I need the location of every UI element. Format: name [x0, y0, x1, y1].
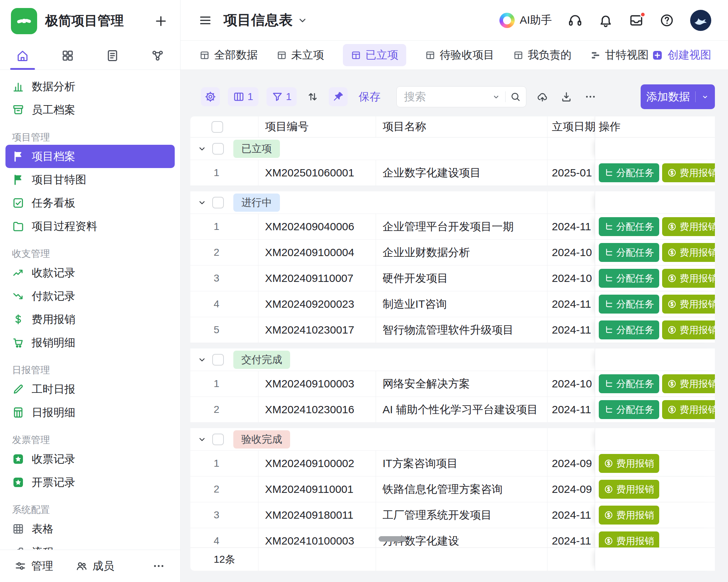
start-date-cell[interactable]: 2024-10 [547, 371, 595, 396]
more-actions-button[interactable] [582, 87, 598, 106]
sidebar-item[interactable]: 收票记录 [5, 447, 175, 471]
sort-button[interactable] [305, 87, 321, 106]
assign-task-button[interactable]: 分配任务 [599, 295, 659, 314]
members-button[interactable]: 成员 [76, 559, 114, 574]
expense-claim-button[interactable]: 费用报销 [662, 243, 715, 262]
assign-task-button[interactable]: 分配任务 [599, 320, 659, 339]
start-date-cell[interactable]: 2024-11 [547, 291, 595, 317]
project-name-cell[interactable]: 网络安全解决方案 [376, 371, 547, 396]
horizontal-scrollbar-thumb[interactable] [379, 536, 406, 542]
project-name-cell[interactable]: 智行物流管理软件升级项目 [376, 317, 547, 343]
sidebar-item[interactable]: 项目过程资料 [5, 215, 175, 238]
notifications-button[interactable] [598, 13, 613, 28]
view-tab[interactable]: 全部数据 [199, 48, 258, 63]
start-date-cell[interactable]: 2024-11 [547, 397, 595, 422]
group-checkbox[interactable] [212, 143, 224, 155]
sidebar-tab-home[interactable] [0, 42, 45, 69]
project-name-cell[interactable]: 企业数字化建设项目 [376, 160, 547, 186]
expense-claim-button[interactable]: 费用报销 [662, 217, 715, 236]
project-name-cell[interactable]: 铁路信息化管理方案咨询 [376, 477, 547, 502]
project-code-cell[interactable]: XM202410230017 [258, 317, 376, 343]
column-header-date[interactable]: 立项日期 [547, 116, 595, 137]
view-tab[interactable]: 待验收项目 [425, 48, 494, 63]
start-date-cell[interactable]: 2024-09 [547, 477, 595, 502]
assign-task-button[interactable]: 分配任务 [599, 400, 659, 419]
start-date-cell[interactable]: 2024-11 [547, 502, 595, 528]
sidebar-item[interactable]: 流程 [5, 541, 175, 550]
table-row[interactable]: 2XM202409110001铁路信息化管理方案咨询2024-09费用报销 [190, 477, 715, 502]
search-box[interactable] [396, 86, 526, 107]
sidebar-tab-automation[interactable] [135, 42, 180, 69]
group-collapse-chevron-icon[interactable] [197, 435, 207, 444]
user-avatar[interactable] [690, 10, 711, 31]
view-tab[interactable]: 我负责的 [513, 48, 571, 63]
project-code-cell[interactable]: XM202409100004 [258, 240, 376, 265]
table-row[interactable]: 4XM202410100003万科数字化建设2024-11费用报销 [190, 528, 715, 547]
project-name-cell[interactable]: 制造业IT咨询 [376, 291, 547, 317]
expense-claim-button[interactable]: 费用报销 [662, 400, 715, 419]
expense-claim-button[interactable]: 费用报销 [599, 531, 659, 547]
ai-assistant-button[interactable]: AI助手 [499, 13, 552, 28]
project-name-cell[interactable]: 硬件开发项目 [376, 266, 547, 291]
assign-task-button[interactable]: 分配任务 [599, 269, 659, 288]
start-date-cell[interactable]: 2024-11 [547, 214, 595, 239]
sidebar-item[interactable]: 数据分析 [5, 75, 175, 98]
table-row[interactable]: 3XM202409180011工厂管理系统开发项目2024-11费用报销 [190, 502, 715, 528]
sidebar-item[interactable]: 工时日报 [5, 378, 175, 401]
search-icon[interactable] [510, 91, 521, 102]
group-checkbox[interactable] [212, 197, 224, 208]
sidebar-tab-form[interactable] [90, 42, 135, 69]
table-row[interactable]: 4XM202409200023制造业IT咨询2024-11分配任务费用报销 [190, 291, 715, 317]
column-header-name[interactable]: 项目名称 [376, 116, 547, 137]
sidebar-tab-grid[interactable] [45, 42, 90, 69]
start-date-cell[interactable]: 2024-10 [547, 266, 595, 291]
add-data-button[interactable]: 添加数据 [641, 84, 715, 109]
hide-fields-button[interactable]: 1 [228, 87, 258, 106]
create-view-button[interactable]: 创建视图 [652, 48, 711, 63]
import-button[interactable] [534, 87, 550, 106]
group-collapse-chevron-icon[interactable] [197, 198, 207, 207]
assign-task-button[interactable]: 分配任务 [599, 217, 659, 236]
filter-button[interactable]: 1 [266, 87, 297, 106]
project-code-cell[interactable]: XM202409100002 [258, 451, 376, 476]
view-tab[interactable]: 未立项 [277, 48, 324, 63]
table-row[interactable]: 3XM202409110007硬件开发项目2024-10分配任务费用报销 [190, 266, 715, 291]
column-header-code[interactable]: 项目编号 [258, 116, 376, 137]
expense-claim-button[interactable]: 费用报销 [662, 269, 715, 288]
project-name-cell[interactable]: 企业业财数据分析 [376, 240, 547, 265]
sidebar-item[interactable]: 项目档案 [5, 145, 175, 168]
sidebar-item[interactable]: 报销明细 [5, 331, 175, 354]
title-chevron-down-icon[interactable] [297, 15, 308, 26]
assign-task-button[interactable]: 分配任务 [599, 374, 659, 393]
expense-claim-button[interactable]: 费用报销 [599, 506, 659, 525]
expense-claim-button[interactable]: 费用报销 [662, 163, 715, 182]
project-name-cell[interactable]: AI 辅助个性化学习平台建设项目 [376, 397, 547, 422]
view-tab[interactable]: 已立项 [343, 44, 406, 66]
sidebar-item[interactable]: 收款记录 [5, 261, 175, 284]
sidebar-item[interactable]: 费用报销 [5, 308, 175, 331]
sidebar-item[interactable]: 开票记录 [5, 471, 175, 494]
table-row[interactable]: 1XM202501060001企业数字化建设项目2025-01分配任务费用报销 [190, 160, 715, 186]
table-row[interactable]: 1XM202409100003网络安全解决方案2024-10分配任务费用报销 [190, 371, 715, 397]
help-button[interactable] [660, 13, 674, 28]
group-collapse-chevron-icon[interactable] [197, 144, 207, 154]
sidebar-item[interactable]: 员工档案 [5, 98, 175, 121]
search-input[interactable] [404, 91, 491, 103]
table-row[interactable]: 1XM202409040006企业管理平台开发项目一期2024-11分配任务费用… [190, 214, 715, 240]
export-button[interactable] [558, 87, 574, 106]
add-workspace-button[interactable] [154, 14, 168, 28]
manage-button[interactable]: 管理 [15, 559, 53, 574]
start-date-cell[interactable]: 2024-09 [547, 451, 595, 476]
project-name-cell[interactable]: IT方案咨询项目 [376, 451, 547, 476]
project-code-cell[interactable]: XM202501060001 [258, 160, 376, 186]
project-name-cell[interactable]: 工厂管理系统开发项目 [376, 502, 547, 528]
table-row[interactable]: 2XM202410230016AI 辅助个性化学习平台建设项目2024-11分配… [190, 397, 715, 423]
start-date-cell[interactable]: 2024-11 [547, 528, 595, 547]
group-checkbox[interactable] [212, 434, 224, 445]
project-code-cell[interactable]: XM202409180011 [258, 502, 376, 528]
view-settings-button[interactable] [201, 87, 220, 106]
project-code-cell[interactable]: XM202410100003 [258, 528, 376, 547]
start-date-cell[interactable]: 2025-01 [547, 160, 595, 186]
sidebar-more-button[interactable] [153, 560, 165, 572]
project-code-cell[interactable]: XM202410230016 [258, 397, 376, 422]
